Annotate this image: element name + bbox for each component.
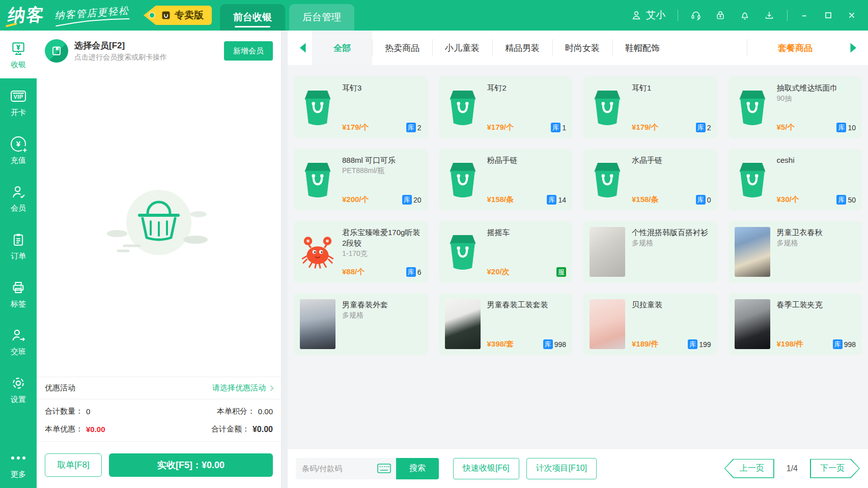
headset-icon[interactable] — [690, 10, 702, 21]
product-card[interactable]: 春季工装夹克¥198/件库998 — [729, 293, 862, 355]
recharge-icon: ¥+ — [11, 135, 26, 153]
sidebar-item-label: 设置 — [11, 395, 26, 405]
product-info: 贝拉童装¥189/件库199 — [632, 299, 711, 349]
member-select-subtitle: 点击进行会员搜索或刷卡操作 — [74, 53, 167, 62]
close-icon[interactable] — [847, 10, 857, 20]
lock-icon[interactable] — [715, 10, 726, 21]
tag-hole — [150, 13, 154, 18]
product-spec: 90抽 — [777, 94, 856, 103]
category-tab-4[interactable]: 时尚女装 — [552, 31, 612, 65]
product-photo — [735, 299, 770, 349]
product-card[interactable]: 君乐宝臻唯爱170g听装2段较1-170克¥88/个库6 — [294, 221, 428, 283]
pay-button[interactable]: 实收[F5]：¥0.00 — [109, 453, 273, 477]
barcode-input[interactable] — [296, 458, 377, 479]
take-order-button[interactable]: 取单[F8] — [45, 453, 102, 477]
total-qty: 合计数量： 0 — [45, 407, 159, 416]
crab-image — [300, 227, 335, 277]
discount-value: ¥0.00 — [86, 425, 105, 434]
titlebar-divider — [678, 10, 678, 21]
product-spec: 多规格 — [342, 311, 422, 320]
quick-checkout-button[interactable]: 快速收银[F6] — [453, 458, 519, 479]
product-info: 粉晶手链¥158/条库14 — [487, 155, 567, 205]
category-tab-0[interactable]: 全部 — [312, 31, 372, 65]
product-name: 春季工装夹克 — [777, 299, 856, 310]
sidebar-item-1[interactable]: VIP开卡 — [0, 78, 37, 126]
category-tab-1[interactable]: 热卖商品 — [372, 31, 432, 65]
product-card[interactable]: 耳钉1¥179/个库2 — [583, 76, 717, 138]
product-info: 君乐宝臻唯爱170g听装2段较1-170克¥88/个库6 — [342, 227, 422, 277]
stock-badge: 库 — [836, 195, 846, 205]
panel-divider — [282, 31, 288, 488]
sidebar-item-4[interactable]: 订单 — [0, 222, 37, 270]
product-card[interactable]: 耳钉3¥179/个库2 — [294, 76, 428, 138]
promo-label: 优惠活动 — [45, 383, 75, 393]
search-button[interactable]: 搜索 — [396, 458, 439, 479]
product-card[interactable]: 888ml 可口可乐PET888ml/瓶¥200/个库20 — [294, 149, 428, 211]
product-card[interactable]: 男童春装外套多规格 — [294, 293, 428, 355]
product-name: 水晶手链 — [632, 155, 711, 165]
sidebar-item-0[interactable]: 收银 — [0, 31, 37, 78]
product-card[interactable]: 粉晶手链¥158/条库14 — [439, 149, 573, 211]
download-icon[interactable] — [764, 10, 775, 21]
product-card[interactable]: 水晶手链¥158/条库0 — [583, 149, 717, 211]
product-name: 男童春装工装套装 — [487, 299, 567, 310]
sidebar-item-label: 订单 — [11, 251, 26, 261]
product-price-row: ¥200/个库20 — [342, 195, 422, 205]
product-bag-icon — [300, 82, 335, 132]
titlebar-icons — [690, 10, 775, 21]
product-card[interactable]: 贝拉童装¥189/件库199 — [583, 293, 717, 355]
category-scroll-left-icon[interactable] — [293, 31, 312, 65]
product-card[interactable]: ceshi¥30/个库50 — [729, 149, 862, 211]
stock-badge: 库 — [406, 123, 416, 132]
product-info: 耳钉1¥179/个库2 — [632, 82, 711, 132]
sidebar-item-6[interactable]: 交班 — [0, 318, 37, 365]
category-tab-3[interactable]: 精品男装 — [492, 31, 552, 65]
prev-page-button[interactable]: 上一页 — [724, 459, 774, 478]
next-page-button[interactable]: 下一页 — [810, 459, 860, 478]
cart-panel: 选择会员[F2] 点击进行会员搜索或刷卡操作 新增会员 — [37, 31, 282, 488]
product-price-row: ¥20/次服 — [487, 267, 567, 277]
main-tab-0[interactable]: 前台收银 — [220, 4, 285, 31]
product-price-row: ¥189/件库199 — [632, 339, 711, 349]
stock-badge: 库 — [402, 195, 412, 205]
promo-select-link[interactable]: 请选择优惠活动 — [212, 383, 273, 393]
main-tab-1[interactable]: 后台管理 — [289, 4, 354, 31]
product-price: ¥30/个 — [777, 195, 799, 205]
sidebar-item-7[interactable]: 设置 — [0, 365, 37, 413]
product-grid: 耳钉3¥179/个库2耳钉2¥179/个库1耳钉1¥179/个库2抽取式维达纸面… — [288, 65, 868, 355]
bell-icon[interactable] — [739, 10, 750, 21]
sidebar-item-3[interactable]: 会员 — [0, 174, 37, 222]
minimize-icon[interactable] — [800, 10, 810, 20]
category-tab-special[interactable]: 套餐商品 — [747, 31, 844, 65]
sidebar-item-5[interactable]: 标签 — [0, 270, 37, 318]
user-icon — [631, 10, 642, 21]
product-card[interactable]: 个性混搭韩版百搭衬衫多规格 — [583, 221, 717, 283]
user-chip[interactable]: 艾小 — [631, 9, 665, 22]
maximize-icon[interactable] — [823, 10, 833, 20]
product-info: 抽取式维达纸面巾90抽¥5/个库10 — [777, 82, 856, 132]
product-bag-icon — [300, 155, 335, 205]
category-tab-5[interactable]: 鞋帽配饰 — [612, 31, 673, 65]
keyboard-icon[interactable] — [377, 458, 396, 479]
category-tab-2[interactable]: 小儿童装 — [432, 31, 492, 65]
count-item-button[interactable]: 计次项目[F10] — [526, 458, 597, 479]
add-member-button[interactable]: 新增会员 — [224, 41, 273, 61]
edition-badge: 专卖版 — [144, 6, 212, 25]
category-scroll-right-icon[interactable] — [844, 31, 863, 65]
sidebar-item-8[interactable]: 更多 — [0, 440, 37, 488]
product-card[interactable]: 摇摇车¥20/次服 — [439, 221, 573, 283]
member-select-text: 选择会员[F2] 点击进行会员搜索或刷卡操作 — [74, 40, 167, 62]
sidebar-item-label: 标签 — [11, 299, 26, 309]
product-card[interactable]: 男童春装工装套装¥398/套库998 — [439, 293, 573, 355]
sidebar-item-2[interactable]: ¥+充值 — [0, 126, 37, 174]
product-spec: 多规格 — [632, 239, 711, 248]
page-indicator: 1/4 — [787, 464, 798, 473]
product-card[interactable]: 男童卫衣春秋多规格 — [729, 221, 862, 283]
sidebar-item-label: 开卡 — [11, 108, 26, 118]
member-select-header[interactable]: 选择会员[F2] 点击进行会员搜索或刷卡操作 新增会员 — [37, 31, 281, 71]
product-card[interactable]: 抽取式维达纸面巾90抽¥5/个库10 — [729, 76, 862, 138]
edition-badge-label: 专卖版 — [175, 9, 204, 22]
product-name: 耳钉2 — [487, 82, 567, 93]
empty-cart-area — [37, 71, 281, 377]
product-card[interactable]: 耳钉2¥179/个库1 — [439, 76, 573, 138]
